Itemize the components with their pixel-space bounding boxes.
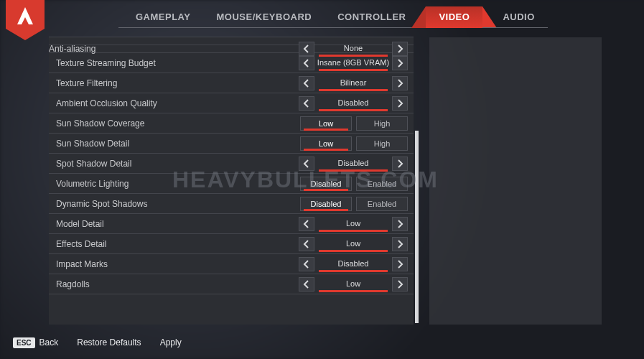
setting-label: Sun Shadow Detail: [56, 139, 300, 149]
setting-value: Disabled: [314, 96, 392, 111]
setting-row-texture-filtering: Texture FilteringBilinear: [49, 73, 414, 93]
setting-row-texture-streaming-budget: Texture Streaming BudgetInsane (8GB VRAM…: [49, 52, 414, 73]
setting-label: Texture Streaming Budget: [56, 58, 299, 68]
toggle-option-disabled[interactable]: Disabled: [300, 177, 352, 191]
esc-key-icon: ESC: [13, 337, 35, 348]
setting-row-anti-aliasing: Anti-aliasingNone: [49, 45, 414, 53]
setting-row-volumetric-lighting: Volumetric LightingDisabledEnabled: [49, 173, 414, 194]
setting-label: Dynamic Spot Shadows: [56, 199, 300, 209]
footer-bar: ESC Back Restore Defaults Apply: [13, 333, 644, 352]
setting-value: None: [314, 42, 392, 56]
setting-value: Bilinear: [314, 76, 392, 90]
setting-label: Texture Filtering: [56, 78, 299, 88]
restore-defaults-button[interactable]: Restore Defaults: [77, 337, 141, 348]
prev-option-button[interactable]: [299, 277, 314, 292]
game-logo: [6, 0, 45, 40]
setting-row-effects-detail: Effects DetailLow: [49, 233, 414, 254]
setting-row-ragdolls: RagdollsLow: [49, 274, 414, 294]
setting-value: Low: [314, 217, 392, 231]
next-option-button[interactable]: [392, 257, 408, 271]
setting-label: Impact Marks: [56, 259, 299, 269]
video-settings-list: Anti-aliasingNoneTexture Streaming Budge…: [49, 37, 414, 325]
setting-value: Insane (8GB VRAM): [314, 56, 392, 70]
setting-label: Ambient Occlusion Quality: [56, 98, 299, 108]
prev-option-button[interactable]: [299, 96, 314, 111]
settings-preview-pane: [429, 37, 602, 325]
toggle-option-low[interactable]: Low: [300, 116, 352, 131]
tab-video[interactable]: VIDEO: [426, 6, 482, 28]
setting-value: Disabled: [314, 157, 392, 171]
setting-row-dynamic-spot-shadows: Dynamic Spot ShadowsDisabledEnabled: [49, 193, 414, 214]
setting-row-model-detail: Model DetailLow: [49, 213, 414, 234]
back-label: Back: [39, 337, 59, 348]
setting-row-spot-shadow-detail: Spot Shadow DetailDisabled: [49, 153, 414, 174]
tab-audio[interactable]: AUDIO: [482, 6, 547, 28]
apply-button[interactable]: Apply: [160, 337, 182, 348]
toggle-option-high[interactable]: High: [356, 136, 408, 151]
prev-option-button[interactable]: [299, 76, 314, 90]
next-option-button[interactable]: [392, 76, 408, 90]
svg-marker-0: [6, 0, 45, 40]
setting-label: Volumetric Lighting: [56, 179, 300, 189]
next-option-button[interactable]: [392, 56, 408, 70]
prev-option-button[interactable]: [299, 217, 314, 231]
setting-label: Sun Shadow Coverage: [56, 118, 300, 129]
next-option-button[interactable]: [392, 96, 408, 111]
toggle-option-disabled[interactable]: Disabled: [300, 197, 352, 211]
toggle-option-enabled[interactable]: Enabled: [356, 177, 408, 191]
next-option-button[interactable]: [392, 217, 408, 231]
prev-option-button[interactable]: [299, 257, 314, 271]
tab-gameplay[interactable]: GAMEPLAY: [118, 6, 203, 28]
setting-value: Low: [314, 277, 392, 292]
setting-value: Low: [314, 237, 392, 251]
prev-option-button[interactable]: [299, 157, 314, 171]
top-tab-bar: GAMEPLAYMOUSE/KEYBOARDCONTROLLERVIDEOAUD…: [0, 6, 644, 28]
toggle-option-low[interactable]: Low: [300, 136, 352, 151]
prev-option-button[interactable]: [299, 42, 314, 56]
back-button[interactable]: ESC Back: [13, 337, 58, 348]
next-option-button[interactable]: [392, 237, 408, 251]
tab-mouse-keyboard[interactable]: MOUSE/KEYBOARD: [203, 6, 325, 28]
tab-controller[interactable]: CONTROLLER: [325, 6, 426, 28]
setting-row-sun-shadow-detail: Sun Shadow DetailLowHigh: [49, 133, 414, 154]
setting-label: Effects Detail: [56, 239, 299, 249]
next-option-button[interactable]: [392, 157, 408, 171]
next-option-button[interactable]: [392, 42, 408, 56]
setting-label: Ragdolls: [56, 279, 299, 289]
setting-row-impact-marks: Impact MarksDisabled: [49, 253, 414, 274]
setting-row-sun-shadow-coverage: Sun Shadow CoverageLowHigh: [49, 113, 414, 134]
next-option-button[interactable]: [392, 277, 408, 292]
toggle-option-enabled[interactable]: Enabled: [356, 197, 408, 211]
toggle-option-high[interactable]: High: [356, 116, 408, 131]
setting-value: Disabled: [314, 257, 392, 271]
prev-option-button[interactable]: [299, 56, 314, 70]
setting-label: Spot Shadow Detail: [56, 159, 299, 169]
setting-label: Model Detail: [56, 219, 299, 229]
prev-option-button[interactable]: [299, 237, 314, 251]
setting-label: Anti-aliasing: [49, 44, 299, 54]
setting-row-ambient-occlusion-quality: Ambient Occlusion QualityDisabled: [49, 93, 414, 113]
